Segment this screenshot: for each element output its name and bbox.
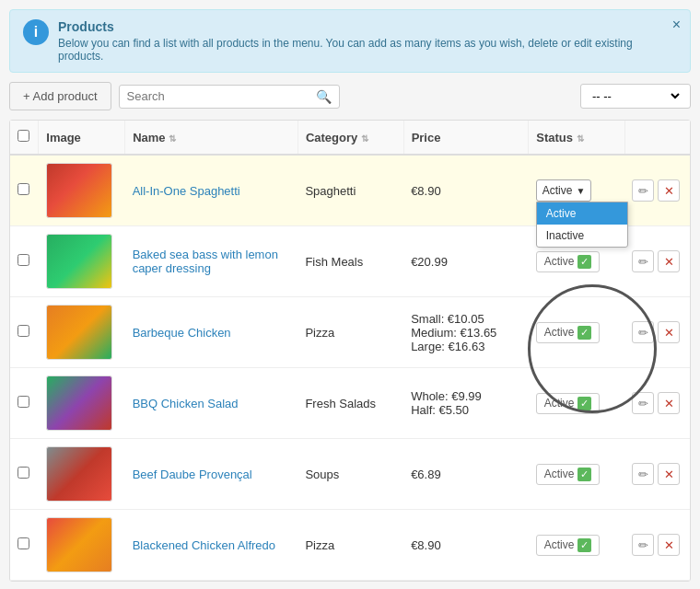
product-category-1: Spaghetti (298, 155, 403, 226)
product-image-4 (46, 375, 112, 431)
product-status-4[interactable]: Active ✓ (529, 368, 624, 439)
status-badge-3: Active ✓ (536, 322, 601, 343)
product-category-5: Soups (298, 439, 403, 510)
product-image-5 (46, 446, 112, 502)
product-name-5: Beef Daube Provençal (133, 468, 252, 481)
status-dropdown-open[interactable]: Active ▼ Active Inactive (536, 179, 592, 202)
product-price-1: €8.90 (403, 155, 529, 226)
products-table: Image Name ⇅ Category ⇅ Price Status ⇅ A… (10, 121, 690, 581)
status-text-2: Active (544, 255, 575, 268)
action-buttons-2: ✏ ✕ (632, 250, 682, 272)
action-buttons-4: ✏ ✕ (632, 392, 682, 414)
action-buttons-6: ✏ ✕ (632, 534, 682, 556)
row-checkbox-4[interactable] (18, 396, 29, 408)
product-status-6[interactable]: Active ✓ (529, 510, 624, 581)
action-buttons-5: ✏ ✕ (632, 463, 682, 485)
row-checkbox-5[interactable] (18, 467, 29, 479)
product-price-3: Small: €10.05Medium: €13.65Large: €16.63 (403, 297, 529, 368)
status-option-active[interactable]: Active (537, 202, 627, 225)
product-image-2 (46, 234, 112, 289)
action-buttons-3: ✏ ✕ (632, 321, 682, 343)
product-image-1 (46, 163, 112, 218)
sort-category-icon: ⇅ (361, 133, 368, 144)
product-category-3: Pizza (298, 297, 403, 368)
table-row: Beef Daube ProvençalSoups€6.89 Active ✓ … (10, 439, 690, 510)
edit-button-5[interactable]: ✏ (632, 463, 654, 485)
col-header-image: Image (39, 121, 125, 155)
product-price-5: €6.89 (403, 439, 529, 510)
delete-button-5[interactable]: ✕ (658, 463, 680, 485)
product-price-4: Whole: €9.99Half: €5.50 (403, 368, 529, 439)
product-name-4: BBQ Chicken Salad (133, 397, 239, 410)
col-header-category[interactable]: Category ⇅ (298, 121, 403, 155)
product-name-3: Barbeque Chicken (133, 326, 231, 340)
status-filter-select[interactable]: -- -- Active Inactive (589, 88, 682, 104)
row-checkbox-6[interactable] (18, 537, 29, 549)
status-badge-6: Active ✓ (536, 535, 601, 556)
status-check-icon-5: ✓ (578, 468, 591, 481)
sort-status-icon: ⇅ (577, 133, 584, 144)
product-actions-2: ✏ ✕ (624, 226, 690, 297)
info-text: Products Below you can find a list with … (58, 19, 677, 63)
edit-button-3[interactable]: ✏ (632, 321, 654, 343)
table-row: Blackened Chicken AlfredoPizza€8.90 Acti… (10, 510, 690, 581)
edit-button-6[interactable]: ✏ (632, 534, 654, 556)
delete-button-4[interactable]: ✕ (658, 392, 680, 414)
col-header-status[interactable]: Status ⇅ (529, 121, 624, 155)
status-text-4: Active (544, 397, 575, 410)
product-category-6: Pizza (298, 510, 403, 581)
col-header-actions (624, 121, 690, 155)
banner-title: Products (58, 19, 677, 34)
info-icon: i (23, 19, 49, 45)
row-checkbox-2[interactable] (18, 254, 29, 266)
status-text-5: Active (544, 468, 575, 480)
toolbar: + Add product 🔍 -- -- Active Inactive (9, 82, 691, 110)
row-checkbox-3[interactable] (18, 325, 29, 337)
delete-button-6[interactable]: ✕ (658, 534, 680, 556)
product-category-2: Fish Meals (298, 226, 403, 297)
delete-button-3[interactable]: ✕ (658, 321, 680, 343)
add-product-button[interactable]: + Add product (9, 82, 111, 110)
product-price-6: €8.90 (403, 510, 529, 581)
status-dropdown-list: Active Inactive (536, 202, 628, 248)
product-actions-5: ✏ ✕ (624, 439, 690, 510)
product-name-1: All-In-One Spaghetti (133, 184, 240, 198)
table-row: Barbeque ChickenPizzaSmall: €10.05Medium… (10, 297, 690, 368)
product-price-2: €20.99 (403, 226, 529, 297)
table-row: BBQ Chicken SaladFresh SaladsWhole: €9.9… (10, 368, 690, 439)
search-icon: 🔍 (316, 89, 332, 104)
status-badge-2: Active ✓ (536, 251, 601, 272)
status-text-6: Active (544, 538, 575, 551)
edit-button-4[interactable]: ✏ (632, 392, 654, 414)
select-all-checkbox[interactable] (18, 130, 29, 142)
close-banner-button[interactable]: × (672, 17, 681, 32)
status-check-icon-6: ✓ (578, 538, 591, 552)
product-status-1[interactable]: Active ▼ Active Inactive (529, 155, 624, 226)
product-actions-1: ✏ ✕ (624, 155, 690, 226)
product-name-6: Blackened Chicken Alfredo (133, 538, 275, 552)
search-input[interactable] (127, 89, 316, 103)
status-check-icon-3: ✓ (578, 326, 591, 340)
product-name-2: Baked sea bass with lemon caper dressing (133, 248, 278, 275)
col-header-name[interactable]: Name ⇅ (125, 121, 298, 155)
edit-button-2[interactable]: ✏ (632, 250, 654, 272)
table-header-row: Image Name ⇅ Category ⇅ Price Status ⇅ (10, 121, 690, 155)
delete-button-1[interactable]: ✕ (658, 179, 680, 202)
status-select-display[interactable]: Active ▼ (536, 179, 592, 202)
delete-button-2[interactable]: ✕ (658, 250, 680, 272)
product-status-3[interactable]: Active ✓ (529, 297, 624, 368)
caret-icon: ▼ (576, 186, 585, 196)
status-text-3: Active (544, 326, 575, 339)
status-badge-4: Active ✓ (536, 393, 601, 414)
row-checkbox-1[interactable] (18, 183, 29, 195)
status-select-value: Active (542, 184, 573, 197)
product-actions-6: ✏ ✕ (624, 510, 690, 581)
product-image-3 (46, 305, 112, 360)
status-filter[interactable]: -- -- Active Inactive (580, 84, 691, 109)
edit-button-1[interactable]: ✏ (632, 179, 654, 202)
product-image-6 (46, 517, 112, 572)
status-option-inactive[interactable]: Inactive (537, 225, 627, 247)
product-status-5[interactable]: Active ✓ (529, 439, 624, 510)
status-check-icon-2: ✓ (578, 255, 591, 269)
table-row: All-In-One SpaghettiSpaghetti€8.90 Activ… (10, 155, 690, 226)
